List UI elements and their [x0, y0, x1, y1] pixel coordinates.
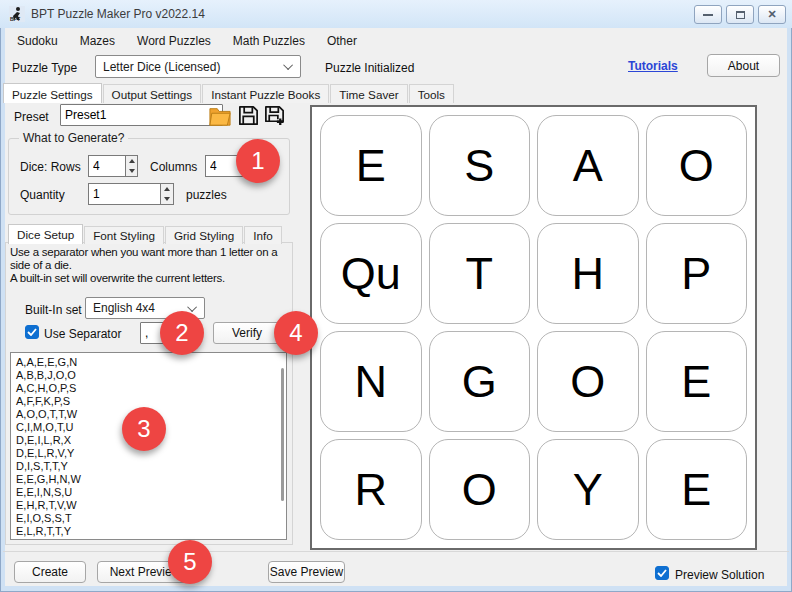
main-tab-bar: Puzzle SettingsOutput SettingsInstant Pu…	[3, 83, 455, 103]
menu-item[interactable]: Word Puzzles	[126, 31, 222, 51]
menu-item[interactable]: Sudoku	[6, 31, 69, 51]
built-in-set-value: English 4x4	[93, 301, 155, 315]
dice-setup-tab[interactable]: Grid Styling	[165, 226, 243, 244]
main-tab[interactable]: Tools	[409, 84, 454, 103]
annotation-step-4: 4	[274, 311, 318, 355]
die-cell: Y	[537, 439, 639, 540]
die-cell: T	[429, 223, 531, 324]
die-cell: A	[537, 115, 639, 216]
rows-stepper[interactable]	[88, 155, 138, 177]
die-cell: O	[537, 331, 639, 432]
die-cell: E	[320, 115, 422, 216]
dice-letters-line: A,C,H,O,P,S	[16, 382, 286, 395]
dice-letters-line: E,H,R,T,V,W	[16, 499, 286, 512]
dice-letters-line: A,B,B,J,O,O	[16, 369, 286, 382]
die-cell: E	[646, 439, 748, 540]
die-cell: H	[537, 223, 639, 324]
dice-setup-tab[interactable]: Dice Setup	[8, 224, 83, 244]
preview-solution-checkbox[interactable]	[655, 566, 669, 580]
create-button[interactable]: Create	[14, 561, 86, 583]
down-arrow-icon	[129, 169, 135, 173]
built-in-set-label: Built-In set	[25, 303, 82, 317]
chevron-down-icon	[283, 60, 293, 70]
description-line: A built-in set will overwrite the curren…	[10, 272, 290, 285]
check-icon	[657, 569, 667, 577]
die-cell: S	[429, 115, 531, 216]
preview-solution-label: Preview Solution	[675, 568, 764, 582]
preset-label: Preset	[14, 110, 49, 124]
annotation-step-5: 5	[168, 540, 212, 584]
dice-letters-line: A,A,E,E,G,N	[16, 356, 286, 369]
title-bar: BPT BPT Puzzle Maker Pro v2022.14 ✕	[0, 0, 792, 28]
footer-divider	[3, 551, 789, 552]
status-text: Puzzle Initialized	[325, 61, 414, 75]
maximize-icon	[736, 11, 745, 19]
main-tab[interactable]: Puzzle Settings	[3, 83, 102, 103]
dice-setup-tab[interactable]: Font Styling	[84, 226, 164, 244]
minimize-button[interactable]	[694, 5, 722, 24]
save-plus-icon	[263, 104, 286, 127]
quantity-label: Quantity	[20, 188, 65, 202]
close-icon: ✕	[767, 9, 776, 20]
quantity-stepper[interactable]	[88, 183, 174, 205]
verify-button[interactable]: Verify	[213, 322, 281, 344]
menu-item[interactable]: Other	[316, 31, 368, 51]
maximize-button[interactable]	[726, 5, 754, 24]
tutorials-link[interactable]: Tutorials	[628, 59, 678, 73]
close-button[interactable]: ✕	[758, 5, 786, 24]
open-preset-button[interactable]	[207, 103, 233, 128]
preset-input[interactable]	[60, 104, 223, 126]
die-cell: R	[320, 439, 422, 540]
app-icon: BPT	[9, 6, 25, 22]
dice-letters-line: E,E,G,H,N,W	[16, 473, 286, 486]
annotation-step-2: 2	[160, 311, 204, 355]
puzzle-type-select[interactable]: Letter Dice (Licensed)	[95, 55, 301, 78]
save-preset-as-button[interactable]	[262, 103, 287, 128]
window-title: BPT Puzzle Maker Pro v2022.14	[31, 7, 205, 21]
dice-letters-line: D,I,S,T,T,Y	[16, 460, 286, 473]
save-preview-button[interactable]: Save Preview	[268, 561, 345, 583]
dice-setup-tab-bar: Dice SetupFont StylingGrid StylingInfo	[8, 224, 283, 244]
quantity-updown-buttons[interactable]	[161, 183, 174, 205]
die-cell: G	[429, 331, 531, 432]
puzzle-type-value: Letter Dice (Licensed)	[103, 60, 220, 74]
dice-letters-line: E,L,R,T,T,Y	[16, 525, 286, 538]
dice-letters-line: A,F,F,K,P,S	[16, 395, 286, 408]
menu-bar: SudokuMazesWord PuzzlesMath PuzzlesOther	[6, 31, 368, 51]
main-tab[interactable]: Instant Puzzle Books	[202, 84, 329, 103]
main-tab[interactable]: Time Saver	[330, 84, 407, 103]
menu-item[interactable]: Mazes	[69, 31, 126, 51]
die-cell: P	[646, 223, 748, 324]
die-cell: N	[320, 331, 422, 432]
rows-updown-buttons[interactable]	[126, 155, 138, 177]
dice-letters-line: H,I,M,N,Q,U	[16, 538, 286, 540]
save-preset-button[interactable]	[236, 103, 261, 128]
up-arrow-icon	[129, 159, 135, 163]
die-cell: E	[646, 331, 748, 432]
use-separator-checkbox[interactable]	[25, 325, 39, 339]
chevron-down-icon	[187, 302, 197, 312]
down-arrow-icon	[164, 197, 170, 201]
svg-text:BPT: BPT	[10, 16, 20, 22]
minimize-icon	[703, 14, 713, 16]
quantity-input[interactable]	[88, 183, 161, 205]
separator-description: Use a separator when you want more than …	[10, 246, 290, 285]
puzzle-preview-grid: ESAOQuTHPNGOEROYE	[310, 105, 757, 550]
up-arrow-icon	[164, 187, 170, 191]
main-tab[interactable]: Output Settings	[103, 84, 202, 103]
description-line: Use a separator when you want more than …	[10, 246, 290, 272]
rows-label: Dice: Rows	[20, 160, 81, 174]
check-icon	[27, 328, 37, 336]
group-legend: What to Generate?	[19, 131, 128, 145]
columns-label: Columns	[150, 160, 197, 174]
about-button[interactable]: About	[707, 54, 780, 77]
menu-item[interactable]: Math Puzzles	[222, 31, 316, 51]
dice-setup-tab[interactable]: Info	[244, 226, 282, 244]
open-folder-icon	[208, 105, 232, 127]
dice-letters-line: E,E,I,N,S,U	[16, 486, 286, 499]
rows-input[interactable]	[88, 155, 126, 177]
save-icon	[237, 104, 260, 127]
die-cell: O	[646, 115, 748, 216]
dice-letters-line: E,I,O,S,S,T	[16, 512, 286, 525]
textarea-scrollbar-thumb[interactable]	[281, 368, 284, 501]
